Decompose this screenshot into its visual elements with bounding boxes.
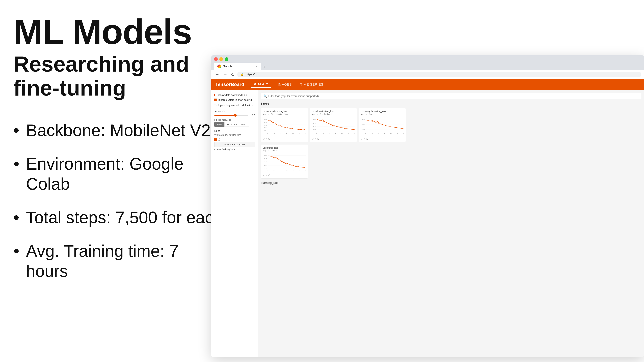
svg-text:4k: 4k [292, 169, 294, 171]
chart-title-3: Loss/regularization_loss [361, 110, 404, 113]
tag-search-input[interactable] [268, 95, 639, 98]
axis-wall-button[interactable]: WALL [239, 122, 250, 127]
tensorboard-main: 🔍 Loss Loss/classification_loss tag: Los… [258, 90, 644, 357]
back-button[interactable]: ← [214, 71, 220, 78]
svg-text:1k: 1k [322, 133, 324, 134]
svg-text:2k: 2k [329, 133, 330, 134]
svg-text:0: 0 [268, 169, 268, 171]
axis-step-button[interactable]: STEP [214, 122, 224, 127]
svg-text:1k: 1k [273, 133, 275, 134]
svg-text:0.16: 0.16 [313, 126, 316, 127]
subtitle: Researching and fine-tuning [14, 52, 223, 100]
expand-icon-1[interactable]: ⤢ [263, 137, 265, 140]
run-item: · [214, 138, 255, 141]
menu-icon-2[interactable]: ≡ [315, 137, 316, 140]
svg-text:2k: 2k [280, 169, 281, 171]
tab-close-button[interactable]: × [256, 65, 258, 68]
smoothing-thumb [234, 114, 237, 117]
tab-label: Google [223, 65, 254, 68]
browser-chrome: Google × + [211, 55, 644, 70]
bullet-item-1: Backbone: MobileNet V2 [14, 120, 223, 140]
reload-button[interactable]: ↻ [230, 71, 235, 78]
runs-filter-input[interactable] [214, 133, 255, 137]
expand-icon-total[interactable]: ⤢ [263, 174, 265, 177]
smoothing-slider[interactable] [214, 115, 248, 116]
svg-text:5k: 5k [299, 169, 300, 171]
expand-icon-3[interactable]: ⤢ [361, 137, 363, 140]
chart-localization-loss: Loss/localization_loss tag: Loss/localiz… [310, 108, 357, 142]
tooltip-sort-row: Tooltip sorting method: default [214, 103, 255, 107]
nav-scalars[interactable]: SCALARS [251, 81, 271, 88]
svg-text:6k: 6k [403, 133, 404, 134]
expand-icon-2[interactable]: ⤢ [312, 137, 314, 140]
chart-area-total: 0.85 0.75 0.65 0.55 0.45 0 1k 2k 3k 4k 5 [263, 153, 306, 173]
smoothing-row: 0.6 [214, 114, 255, 117]
ignore-outliers-row: Ignore outliers in chart scaling [214, 98, 255, 101]
svg-text:0.134: 0.134 [362, 129, 365, 130]
svg-text:0: 0 [316, 133, 317, 134]
svg-text:3k: 3k [286, 133, 288, 134]
address-bar-row: ← → ↻ 🔒 https:// [211, 70, 644, 79]
menu-icon-1[interactable]: ≡ [266, 137, 267, 140]
svg-text:0.85: 0.85 [264, 155, 267, 156]
download-icon-total[interactable]: ⬡ [268, 174, 270, 177]
toggle-all-runs-button[interactable]: TOGGLE ALL RUNS [214, 142, 255, 147]
chart-footer-total: ⤢ ≡ ⬡ [263, 174, 306, 177]
axis-buttons: STEP RELATIVE WALL [214, 122, 255, 127]
svg-text:0.24: 0.24 [264, 129, 267, 131]
new-tab-button[interactable]: + [261, 63, 267, 70]
tensorboard-logo: TensorBoard [215, 82, 244, 87]
show-data-links-label: Show data download links [218, 93, 247, 96]
left-panel: ML Models Researching and fine-tuning Ba… [14, 13, 223, 295]
browser-tab[interactable]: Google × [214, 63, 261, 70]
run-circle-indicator [218, 138, 220, 141]
bullet-item-4: Avg. Training time: 7 hours [14, 241, 223, 281]
svg-text:5k: 5k [299, 133, 300, 134]
menu-icon-total[interactable]: ≡ [266, 174, 267, 177]
google-favicon-icon [217, 64, 221, 68]
chart-tag-2: tag: Loss/localization_loss [312, 113, 355, 115]
charts-grid: Loss/classification_loss tag: Loss/class… [261, 108, 641, 142]
chart-tag-total: tag: Loss/total_loss [263, 149, 306, 152]
chart-title-1: Loss/classification_loss [263, 110, 306, 113]
chart-footer-1: ⤢ ≡ ⬡ [263, 137, 306, 140]
chart-total-loss: Loss/total_loss tag: Loss/total_loss 0.8… [261, 145, 308, 178]
download-icon-3[interactable]: ⬡ [366, 137, 368, 140]
menu-icon-3[interactable]: ≡ [364, 137, 365, 140]
tag-search-bar[interactable]: 🔍 [261, 93, 641, 99]
download-icon-2[interactable]: ⬡ [317, 137, 319, 140]
forward-button[interactable]: → [222, 71, 228, 78]
svg-text:6k: 6k [354, 133, 355, 134]
minimize-window-button[interactable] [219, 57, 223, 61]
browser-window: Google × + ← → ↻ 🔒 https:// TensorBoard … [211, 55, 644, 357]
svg-text:4k: 4k [390, 133, 392, 134]
nav-time-series[interactable]: TIME SERIES [298, 82, 325, 87]
chart-area-3: 0.15 0.138 0.134 0 1k 2k 3k 4k 5k 6k [361, 116, 404, 136]
maximize-window-button[interactable] [225, 57, 228, 61]
svg-text:0.40: 0.40 [264, 124, 267, 126]
address-bar[interactable]: 🔒 https:// [237, 72, 641, 77]
horizontal-axis-label: Horizontal Axis [214, 118, 255, 121]
svg-text:6k: 6k [305, 169, 306, 171]
chart-tag-1: tag: Loss/classification_loss [263, 113, 306, 115]
show-data-links-checkbox[interactable] [214, 94, 217, 96]
chart-footer-2: ⤢ ≡ ⬡ [312, 137, 355, 140]
svg-text:6k: 6k [305, 133, 306, 134]
runs-section: Runs · TOGGLE ALL RUNS /content/training… [214, 129, 255, 150]
nav-images[interactable]: IMAGES [276, 82, 294, 87]
axis-relative-button[interactable]: RELATIVE [224, 122, 239, 127]
svg-text:0.75: 0.75 [264, 158, 267, 159]
chart-regularization-loss: Loss/regularization_loss tag: Loss/reg..… [359, 108, 406, 142]
close-window-button[interactable] [214, 57, 218, 61]
svg-text:0.55: 0.55 [264, 165, 267, 166]
svg-text:0: 0 [268, 133, 268, 134]
tooltip-sort-select[interactable]: default [241, 103, 254, 107]
chart-classification-loss: Loss/classification_loss tag: Loss/class… [261, 108, 308, 142]
chart-title-2: Loss/localization_loss [312, 110, 355, 113]
ignore-outliers-checkbox[interactable] [214, 98, 217, 101]
tensorboard-sidebar: Show data download links Ignore outliers… [211, 90, 258, 357]
bullet-list: Backbone: MobileNet V2 Environment: Goog… [14, 120, 223, 281]
download-icon-1[interactable]: ⬡ [268, 137, 270, 140]
bullet-item-3: Total steps: 7,500 for each [14, 207, 223, 227]
svg-text:0.24: 0.24 [313, 118, 316, 120]
